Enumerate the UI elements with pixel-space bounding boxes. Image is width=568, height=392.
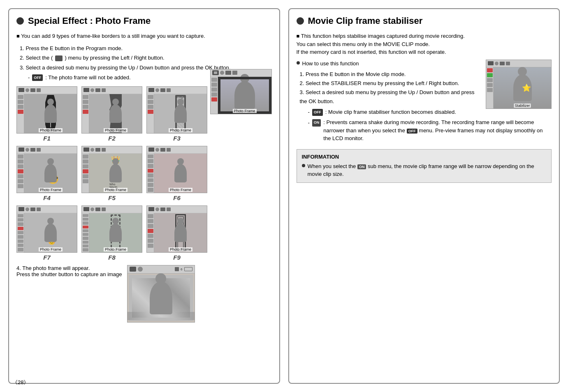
right-substep-off: - OFF : Movie clip frame stabiliser func… [308,108,481,117]
page-number: 《28》 [12,379,29,386]
frame-f9-label: F9 [173,254,181,261]
info-title: INFORMATION [302,154,547,160]
right-substep-on: - ON : Prevents camera shake during movi… [308,118,552,143]
frame-f1-label: F1 [43,135,51,142]
step4-image: 6 [127,265,195,323]
frame-f3-label: F3 [173,135,181,142]
left-title: Special Effect : Photo Frame [16,16,272,26]
top-preview-screen: Photo Frame [210,69,272,114]
frame-f5: 👑 Who Wants that... Photo Frame F5 [81,146,142,201]
right-title: Movie Clip frame stabiliser [297,16,552,26]
frame-f6-label: F6 [173,194,181,201]
right-panel: Movie Clip frame stabiliser This functio… [288,8,560,384]
frame-f3: magic Photo Frame F3 [146,86,207,142]
frame-f7-label: F7 [43,254,51,261]
how-to-bullet: How to use this function [297,60,481,68]
frame-f9: Photo Frame F9 [146,205,207,261]
step-1: 1. Press the E button in the Program mod… [20,44,272,53]
step-2: 2. Select the ( ) menu by pressing the L… [20,54,272,62]
right-intro: This function helps stabilise images cap… [297,32,552,56]
frame-f2: Photo Frame F2 [81,86,142,142]
info-content: When you select the ON sub menu, the mov… [302,162,547,178]
frame-f2-label: F2 [108,135,116,142]
title-bullet [16,17,24,25]
frame-f8: Photo Frame F8 [81,205,142,261]
stabilizer-preview: ⭐ Stabilizer [486,60,552,109]
frame-f7: 😊 Photo Frame F7 [16,205,77,261]
frame-f4: 🥸 Photo Frame F4 [16,146,77,201]
information-box: INFORMATION When you select the ON sub m… [297,149,552,183]
frame-f6: ♥ Photo Frame F6 [146,146,207,201]
frame-f5-label: F5 [108,194,116,201]
frames-grid: Photo Frame F1 [16,86,205,261]
right-title-bullet [297,17,304,25]
left-intro: You can add 9 types of frame-like border… [16,32,272,40]
frame-f8-label: F8 [108,254,116,261]
left-panel: Special Effect : Photo Frame You can add… [8,8,280,384]
frame-f1: Photo Frame F1 [16,86,77,142]
step4-text: 4. The photo frame will appear. Press th… [16,265,122,277]
frame-f4-label: F4 [43,194,51,201]
